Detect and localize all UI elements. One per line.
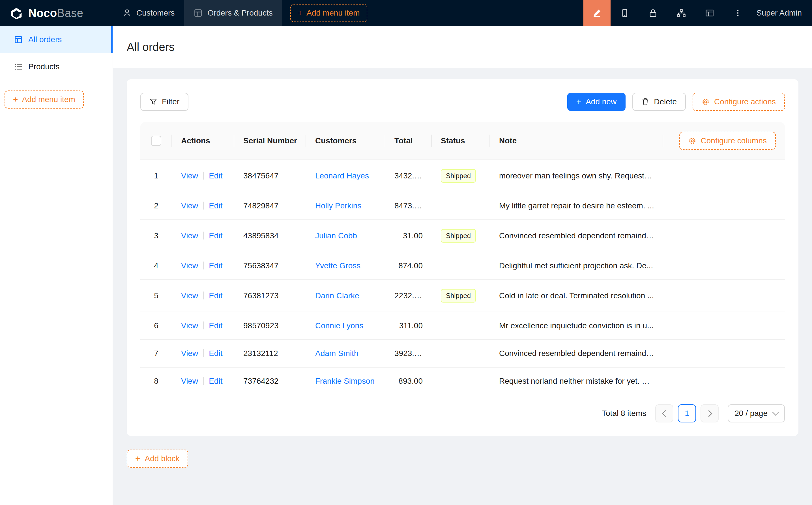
top-navbar: NocoBase Customers Orders & Products + A…	[0, 0, 812, 26]
table-toolbar: Filter + Add new Delete	[140, 93, 785, 111]
navbar-add-menu-item-label: Add menu item	[306, 8, 360, 17]
note-cell: Convinced resembled dependent remainde..…	[490, 340, 663, 367]
pagination-next-button[interactable]	[700, 404, 719, 423]
add-new-label: Add new	[586, 97, 617, 106]
edit-link[interactable]: Edit	[209, 291, 222, 300]
plus-icon: +	[13, 95, 18, 104]
sidebar-item-products[interactable]: Products	[0, 53, 113, 80]
customer-link[interactable]: Leonard Hayes	[315, 171, 369, 180]
view-link[interactable]: View	[181, 231, 198, 240]
layout-button[interactable]	[695, 0, 724, 26]
view-link[interactable]: View	[181, 171, 198, 180]
app-layout: All orders Products + Add menu item All …	[0, 26, 812, 505]
row-actions-cell: ViewEdit	[172, 220, 234, 252]
mobile-button[interactable]	[611, 0, 639, 26]
gear-icon	[688, 137, 696, 145]
page-size-select[interactable]: 20 / page	[728, 404, 785, 423]
plugin-manager-button[interactable]	[667, 0, 695, 26]
edit-link[interactable]: Edit	[209, 201, 222, 210]
customer-link[interactable]: Frankie Simpson	[315, 377, 375, 385]
orders-table-body: 1 ViewEdit 38475647 Leonard Hayes 3432.0…	[140, 160, 785, 395]
pagination-page-1[interactable]: 1	[678, 404, 696, 423]
nav-tab-orders-products[interactable]: Orders & Products	[184, 0, 282, 26]
sidebar-item-all-orders[interactable]: All orders	[0, 26, 113, 53]
add-new-button[interactable]: + Add new	[567, 93, 626, 111]
trash-icon	[641, 98, 649, 106]
status-tag: Shipped	[441, 229, 476, 242]
note-cell: My little garret repair to desire he est…	[490, 192, 663, 220]
view-link[interactable]: View	[181, 201, 198, 210]
configure-columns-button[interactable]: Configure columns	[679, 132, 776, 150]
edit-link[interactable]: Edit	[209, 349, 222, 358]
edit-link[interactable]: Edit	[209, 261, 222, 270]
nav-tab-label: Customers	[136, 8, 174, 17]
configure-actions-button[interactable]: Configure actions	[693, 93, 785, 111]
customer-cell: Julian Cobb	[306, 220, 385, 252]
view-link[interactable]: View	[181, 261, 198, 270]
filter-button[interactable]: Filter	[140, 93, 188, 111]
pagination-total: Total 8 items	[602, 409, 646, 418]
logo-text: NocoBase	[28, 7, 83, 19]
serial-number-cell: 23132112	[234, 340, 306, 367]
view-link[interactable]: View	[181, 349, 198, 358]
edit-link[interactable]: Edit	[209, 171, 222, 180]
action-divider	[203, 231, 204, 239]
edit-link[interactable]: Edit	[209, 377, 222, 385]
note-cell: Delightful met sufficient projection ask…	[490, 252, 663, 280]
toolbar-right: + Add new Delete	[567, 93, 785, 111]
select-all-header	[140, 122, 172, 160]
column-header-serial-number: Serial Number	[234, 122, 306, 160]
nav-tab-customers[interactable]: Customers	[113, 0, 184, 26]
user-menu[interactable]: Super Admin	[752, 8, 812, 17]
apartment-icon	[677, 8, 686, 17]
ui-editor-button[interactable]	[583, 0, 611, 26]
table-row: 2 ViewEdit 74829847 Holly Perkins 8473.0…	[140, 192, 785, 220]
customer-link[interactable]: Holly Perkins	[315, 201, 361, 210]
status-cell: Shipped	[432, 160, 490, 192]
total-cell: 3923.00	[385, 340, 432, 367]
customer-link[interactable]: Connie Lyons	[315, 321, 363, 330]
customer-link[interactable]: Adam Smith	[315, 349, 359, 358]
configure-columns-header: Configure columns	[663, 122, 785, 160]
row-index: 2	[140, 192, 172, 220]
lock-button[interactable]	[639, 0, 667, 26]
more-button[interactable]	[724, 0, 752, 26]
select-all-checkbox[interactable]	[151, 136, 161, 146]
logo-text-light: Base	[57, 7, 84, 19]
total-cell: 311.00	[385, 312, 432, 340]
note-cell: Request norland neither mistake for yet.…	[490, 367, 663, 395]
action-divider	[203, 292, 204, 300]
edit-link[interactable]: Edit	[209, 231, 222, 240]
row-index: 5	[140, 280, 172, 312]
spacer-cell	[663, 220, 785, 252]
customer-link[interactable]: Darin Clarke	[315, 291, 359, 300]
customer-link[interactable]: Yvette Gross	[315, 261, 361, 270]
table-row: 4 ViewEdit 75638347 Yvette Gross 874.00 …	[140, 252, 785, 280]
delete-button[interactable]: Delete	[632, 93, 686, 111]
view-link[interactable]: View	[181, 291, 198, 300]
spacer-cell	[663, 280, 785, 312]
status-tag: Shipped	[441, 289, 476, 303]
view-link[interactable]: View	[181, 377, 198, 385]
add-block-button[interactable]: + Add block	[127, 450, 188, 468]
layout-icon	[705, 8, 714, 17]
row-actions-cell: ViewEdit	[172, 160, 234, 192]
action-divider	[203, 202, 204, 209]
total-cell: 8473.00	[385, 192, 432, 220]
status-cell: Shipped	[432, 280, 490, 312]
edit-link[interactable]: Edit	[209, 321, 222, 330]
chevron-right-icon	[705, 410, 712, 417]
row-index: 6	[140, 312, 172, 340]
sidebar-add-menu-item-button[interactable]: + Add menu item	[5, 91, 84, 109]
nav-tab-label: Orders & Products	[208, 8, 272, 17]
status-cell	[432, 340, 490, 367]
customer-link[interactable]: Julian Cobb	[315, 231, 357, 240]
view-link[interactable]: View	[181, 321, 198, 330]
navbar-add-menu-item-button[interactable]: + Add menu item	[290, 4, 367, 22]
action-divider	[203, 172, 204, 180]
row-actions-cell: ViewEdit	[172, 340, 234, 367]
nocobase-logo[interactable]: NocoBase	[0, 7, 113, 19]
nocobase-app: NocoBase Customers Orders & Products + A…	[0, 0, 812, 505]
form-icon	[194, 9, 202, 17]
pagination-prev-button[interactable]	[655, 404, 673, 423]
